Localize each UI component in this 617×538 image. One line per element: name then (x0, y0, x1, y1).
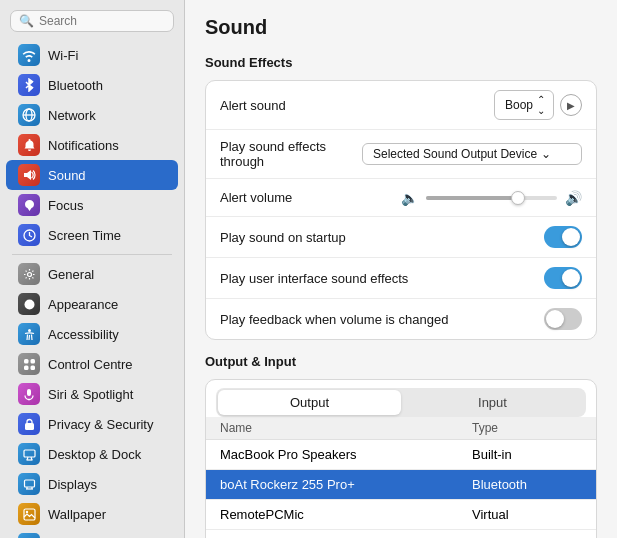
startup-sound-toggle[interactable] (544, 226, 582, 248)
col-name-header: Name (220, 421, 472, 435)
screensaver-icon (18, 533, 40, 538)
play-through-control: Selected Sound Output Device ⌄ (362, 143, 582, 165)
svg-rect-9 (24, 365, 29, 370)
svg-point-6 (28, 329, 31, 332)
alert-volume-row: Alert volume 🔈 🔊 (206, 179, 596, 217)
device-name: MacBook Pro Speakers (220, 447, 472, 462)
sidebar-item-privacy[interactable]: Privacy & Security (6, 409, 178, 439)
alert-sound-row: Alert sound Boop ⌃⌄ ▶ (206, 81, 596, 130)
device-name: boAt Rockerz 255 Pro+ (220, 477, 472, 492)
sound-effects-group: Alert sound Boop ⌃⌄ ▶ Play sound effects… (205, 80, 597, 340)
sidebar-item-bluetooth[interactable]: Bluetooth (6, 70, 178, 100)
sidebar-item-focus[interactable]: Focus (6, 190, 178, 220)
alert-sound-dropdown[interactable]: Boop ⌃⌄ (494, 90, 554, 120)
main-content: Sound Sound Effects Alert sound Boop ⌃⌄ … (185, 0, 617, 538)
play-through-label: Play sound effects through (220, 139, 362, 169)
sidebar-item-displays-label: Displays (48, 477, 97, 492)
privacy-icon (18, 413, 40, 435)
startup-sound-toggle-knob (562, 228, 580, 246)
feedback-sound-label: Play feedback when volume is changed (220, 312, 544, 327)
sidebar-item-appearance[interactable]: Appearance (6, 289, 178, 319)
device-type: Virtual (472, 507, 582, 522)
sidebar-item-screentime[interactable]: Screen Time (6, 220, 178, 250)
feedback-sound-row: Play feedback when volume is changed (206, 299, 596, 339)
svg-point-5 (24, 299, 34, 309)
ui-sounds-label: Play user interface sound effects (220, 271, 544, 286)
output-input-group: Output Input Name Type MacBook Pro Speak… (205, 379, 597, 538)
sidebar-item-network-label: Network (48, 108, 96, 123)
wallpaper-icon (18, 503, 40, 525)
tab-output[interactable]: Output (218, 390, 401, 415)
svg-rect-13 (24, 450, 35, 457)
device-name: RemotePCMic (220, 507, 472, 522)
sidebar-item-general[interactable]: General (6, 259, 178, 289)
sidebar-items: Wi-Fi Bluetooth Network (0, 38, 184, 538)
sidebar-item-focus-label: Focus (48, 198, 83, 213)
accessibility-icon (18, 323, 40, 345)
page-title: Sound (205, 16, 597, 39)
alert-sound-label: Alert sound (220, 98, 494, 113)
sidebar-item-controlcentre[interactable]: Control Centre (6, 349, 178, 379)
sidebar-item-notifications-label: Notifications (48, 138, 119, 153)
ui-sounds-toggle[interactable] (544, 267, 582, 289)
sidebar-item-wifi[interactable]: Wi-Fi (6, 40, 178, 70)
play-through-dropdown[interactable]: Selected Sound Output Device ⌄ (362, 143, 582, 165)
sidebar-item-wallpaper[interactable]: Wallpaper (6, 499, 178, 529)
sidebar-item-accessibility-label: Accessibility (48, 327, 119, 342)
screentime-icon (18, 224, 40, 246)
chevron-down-icon: ⌄ (541, 147, 551, 161)
sidebar-item-general-label: General (48, 267, 94, 282)
ui-sounds-row: Play user interface sound effects (206, 258, 596, 299)
feedback-sound-toggle[interactable] (544, 308, 582, 330)
search-bar[interactable]: 🔍 (10, 10, 174, 32)
sidebar-item-displays[interactable]: Displays (6, 469, 178, 499)
play-icon: ▶ (567, 100, 575, 111)
sidebar-item-sound[interactable]: Sound (6, 160, 178, 190)
network-icon (18, 104, 40, 126)
col-type-header: Type (472, 421, 582, 435)
ui-sounds-toggle-knob (562, 269, 580, 287)
table-row[interactable]: MacBook Pro Speakers Built-in (206, 440, 596, 470)
play-sound-button[interactable]: ▶ (560, 94, 582, 116)
sidebar-item-appearance-label: Appearance (48, 297, 118, 312)
desktop-icon (18, 443, 40, 465)
sidebar-item-wifi-label: Wi-Fi (48, 48, 78, 63)
svg-point-4 (27, 272, 31, 276)
search-icon: 🔍 (19, 14, 34, 28)
tab-input[interactable]: Input (401, 390, 584, 415)
sidebar-item-wallpaper-label: Wallpaper (48, 507, 106, 522)
feedback-sound-toggle-knob (546, 310, 564, 328)
alert-volume-label: Alert volume (220, 190, 401, 205)
sidebar-item-accessibility[interactable]: Accessibility (6, 319, 178, 349)
alert-volume-thumb[interactable] (511, 191, 525, 205)
sidebar-item-desktop[interactable]: Desktop & Dock (6, 439, 178, 469)
tabs-container: Output Input (206, 380, 596, 417)
sidebar-item-siri[interactable]: Siri & Spotlight (6, 379, 178, 409)
alert-sound-value: Boop (505, 98, 533, 112)
search-input[interactable] (39, 14, 165, 28)
alert-sound-controls: Boop ⌃⌄ ▶ (494, 90, 582, 120)
sidebar-item-notifications[interactable]: Notifications (6, 130, 178, 160)
general-icon (18, 263, 40, 285)
sound-icon (18, 164, 40, 186)
table-row-selected[interactable]: boAt Rockerz 255 Pro+ Bluetooth (206, 470, 596, 500)
wifi-icon (18, 44, 40, 66)
svg-rect-10 (30, 365, 35, 370)
play-through-row: Play sound effects through Selected Soun… (206, 130, 596, 179)
sidebar-item-controlcentre-label: Control Centre (48, 357, 133, 372)
sidebar-item-network[interactable]: Network (6, 100, 178, 130)
controlcentre-icon (18, 353, 40, 375)
chevron-updown-icon: ⌃⌄ (537, 94, 545, 116)
table-row[interactable]: RemotePCSound Virtual (206, 530, 596, 538)
startup-sound-label: Play sound on startup (220, 230, 544, 245)
sidebar-item-desktop-label: Desktop & Dock (48, 447, 141, 462)
table-row[interactable]: RemotePCMic Virtual (206, 500, 596, 530)
sidebar-item-screentime-label: Screen Time (48, 228, 121, 243)
sound-effects-title: Sound Effects (205, 55, 597, 70)
appearance-icon (18, 293, 40, 315)
sidebar-item-screensaver[interactable]: Screen Saver (6, 529, 178, 538)
device-type: Built-in (472, 447, 582, 462)
svg-rect-17 (24, 480, 34, 487)
alert-volume-slider-row: 🔈 🔊 (401, 190, 582, 206)
alert-volume-track[interactable] (426, 196, 557, 200)
